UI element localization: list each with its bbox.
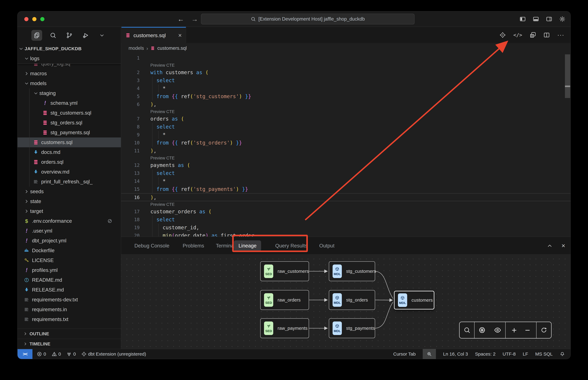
panel-tab-problems[interactable]: Problems xyxy=(178,237,209,254)
minimize-window-button[interactable] xyxy=(32,17,37,21)
lineage-graph[interactable]: + − SEDraw_customersMDLstg_customersSEDr… xyxy=(121,254,570,349)
status-ln-16-col-3[interactable]: Ln 16, Col 3 xyxy=(443,351,468,357)
activity-source-control-icon[interactable] xyxy=(64,30,75,41)
code-line-8[interactable]: 8 select xyxy=(121,123,570,131)
activity-search-icon[interactable] xyxy=(48,30,59,41)
code-line-17[interactable]: 17customer_orders as ( xyxy=(121,208,570,216)
layout-sidebar-right-icon[interactable] xyxy=(546,16,552,22)
code-line-13[interactable]: 13 select xyxy=(121,169,570,177)
activity-views-chevron-icon[interactable] xyxy=(97,30,107,41)
activity-run-debug-icon[interactable] xyxy=(80,30,91,41)
code-line-14[interactable]: 14 * xyxy=(121,177,570,185)
eye-icon[interactable] xyxy=(494,326,501,334)
remote-indicator[interactable]: >< xyxy=(18,349,32,359)
tree-item-docs-md[interactable]: docs.md xyxy=(18,147,121,157)
status-cursor-tab[interactable]: Cursor Tab xyxy=(393,351,416,357)
code-line-9[interactable]: 9 * xyxy=(121,131,570,139)
status-spaces-2[interactable]: Spaces: 2 xyxy=(475,351,495,357)
codelens-preview-cte[interactable]: Preview CTE xyxy=(121,62,570,69)
code-icon[interactable]: </> xyxy=(513,32,522,38)
tree-item-customers-sql[interactable]: customers.sql xyxy=(18,137,121,147)
code-line-1[interactable]: 1 xyxy=(121,54,570,62)
code-line-16[interactable]: 16), xyxy=(121,193,570,201)
code-line-7[interactable]: 7orders as ( xyxy=(121,115,570,123)
lineage-node-raw_payments[interactable]: SEDraw_payments xyxy=(260,318,309,338)
tree-item-print-full-refresh-sql-[interactable]: print_full_refresh._sql_ xyxy=(18,177,121,187)
close-tab-icon[interactable]: × xyxy=(178,32,182,39)
activity-explorer-icon[interactable] xyxy=(31,30,42,41)
lineage-node-raw_orders[interactable]: SEDraw_orders xyxy=(260,290,309,310)
status-error-icon[interactable]: 0 xyxy=(37,351,46,357)
query-results-icon[interactable] xyxy=(529,32,536,38)
layout-sidebar-left-icon[interactable] xyxy=(519,16,526,22)
zoom-in-button[interactable]: + xyxy=(512,325,517,335)
tree-item-readme-md[interactable]: README.md xyxy=(18,275,121,285)
tree-item-requirements-in[interactable]: requirements.in xyxy=(18,304,121,314)
tree-item-orders-sql[interactable]: orders.sql xyxy=(18,157,121,167)
tree-item-profiles-yml[interactable]: !profiles.yml xyxy=(18,265,121,275)
zoom-out-button[interactable]: − xyxy=(525,325,530,335)
tree-item-schema-yml[interactable]: !schema.yml xyxy=(18,98,121,108)
code-line-19[interactable]: 19 customer_id, xyxy=(121,224,570,232)
split-editor-icon[interactable] xyxy=(543,32,550,38)
codelens-preview-cte[interactable]: Preview CTE xyxy=(121,201,570,208)
codelens-preview-cte[interactable]: Preview CTE xyxy=(121,108,570,115)
code-line-6[interactable]: 6), xyxy=(121,100,570,108)
code-line-5[interactable]: 5 from {{ ref('stg_customers') }} xyxy=(121,93,570,100)
code-editor[interactable]: 1Preview CTE2with customers as (3 select… xyxy=(121,54,570,237)
lineage-node-stg_customers[interactable]: MDLstg_customers xyxy=(329,261,375,281)
panel-tab-debug-console[interactable]: Debug Console xyxy=(130,237,174,254)
code-line-11[interactable]: 11), xyxy=(121,147,570,155)
code-line-10[interactable]: 10 from {{ ref('stg_orders') }} xyxy=(121,139,570,147)
dbt-icon[interactable] xyxy=(499,32,506,38)
tree-item-release-md[interactable]: RELEASE.md xyxy=(18,285,121,295)
lineage-node-raw_customers[interactable]: SEDraw_customers xyxy=(260,261,309,281)
tree-item-stg-payments-sql[interactable]: stg_payments.sql xyxy=(18,128,121,137)
lineage-refresh-button[interactable] xyxy=(536,322,551,338)
tree-item-dockerfile[interactable]: Dockerfile xyxy=(18,246,121,255)
settings-gear-icon[interactable] xyxy=(559,16,566,22)
status-zoom-plus-icon[interactable] xyxy=(423,349,436,359)
explorer-project-root[interactable]: JAFFLE_SHOP_DUCKDB xyxy=(18,44,121,54)
lineage-search-button[interactable] xyxy=(460,322,474,338)
nav-back-icon[interactable]: ← xyxy=(178,15,184,23)
tree-item-macros[interactable]: macros xyxy=(18,69,121,78)
status-ms-sql[interactable]: MS SQL xyxy=(535,351,553,357)
tree-item-stg-orders-sql[interactable]: stg_orders.sql xyxy=(18,118,121,128)
tree-item-target[interactable]: target xyxy=(18,206,121,216)
command-center-search[interactable]: [Extension Development Host] jaffle_shop… xyxy=(201,14,415,24)
panel-tab-output[interactable]: Output xyxy=(315,237,339,254)
breadcrumb-folder[interactable]: models xyxy=(129,45,144,51)
tree-item-requirements-txt[interactable]: requirements.txt xyxy=(18,314,121,324)
tree-item-overview-md[interactable]: overview.md xyxy=(18,167,121,177)
tree-item-state[interactable]: state xyxy=(18,196,121,206)
lineage-node-stg_orders[interactable]: MDLstg_orders xyxy=(329,290,375,310)
status-bell-icon[interactable] xyxy=(560,351,565,357)
tree-item-license[interactable]: LICENSE xyxy=(18,255,121,265)
code-line-3[interactable]: 3 select xyxy=(121,76,570,84)
close-window-button[interactable] xyxy=(24,17,28,21)
tree-item-logs[interactable]: logs xyxy=(18,54,121,63)
tree-item-stg-customers-sql[interactable]: stg_customers.sql xyxy=(18,108,121,118)
code-line-4[interactable]: 4 * xyxy=(121,84,570,93)
tree-item-seeds[interactable]: seeds xyxy=(18,187,121,196)
code-line-20[interactable]: 20 min(order_date) as first_order, xyxy=(121,232,570,237)
aperture-icon[interactable] xyxy=(479,326,486,334)
tree-item-staging[interactable]: staging xyxy=(18,88,121,98)
panel-tab-lineage[interactable]: Lineage xyxy=(234,237,261,254)
sidebar-section-timeline[interactable]: TIMELINE xyxy=(18,339,121,349)
more-actions-icon[interactable]: ··· xyxy=(557,32,564,38)
code-line-2[interactable]: 2with customers as ( xyxy=(121,69,570,76)
tree-item--env-conformance[interactable]: $.env.conformance xyxy=(18,216,121,226)
status-warning-icon[interactable]: 0 xyxy=(52,351,61,357)
status-radio-tower-icon[interactable]: 0 xyxy=(66,351,76,357)
status-dbt-icon[interactable]: dbt Extension (unregistered) xyxy=(81,351,146,357)
code-line-15[interactable]: 15 from {{ ref('stg_payments') }} xyxy=(121,185,570,193)
chevron-up-icon[interactable] xyxy=(547,243,553,249)
lineage-node-stg_payments[interactable]: MDLstg_payments xyxy=(329,318,375,338)
tree-item--user-yml[interactable]: !.user.yml xyxy=(18,226,121,236)
status-lf[interactable]: LF xyxy=(523,351,528,357)
lineage-node-customers[interactable]: MDLcustomers xyxy=(394,291,434,309)
status-utf-8[interactable]: UTF-8 xyxy=(503,351,516,357)
editor-scrollbar[interactable] xyxy=(565,54,570,98)
